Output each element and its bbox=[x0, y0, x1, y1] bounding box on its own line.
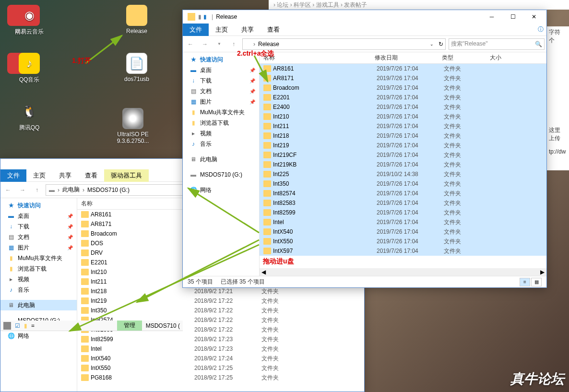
nav-item[interactable]: ★快速访问 bbox=[0, 200, 77, 211]
nav-item[interactable]: ▬桌面📌 bbox=[183, 65, 259, 75]
help-button[interactable]: ⓘ bbox=[535, 24, 546, 35]
titlebar[interactable]: ▮ ▮ | Release ─ ☐ ✕ bbox=[183, 10, 546, 24]
file-row[interactable]: Int2102019/7/26 17:04文件夹 bbox=[260, 112, 546, 121]
file-row[interactable]: Int825992018/9/2 17:23文件夹 bbox=[77, 334, 364, 344]
file-row[interactable]: Int2252019/10/2 14:38文件夹 bbox=[260, 169, 546, 179]
file-row[interactable]: Int825742019/7/26 17:04文件夹 bbox=[260, 189, 546, 198]
maximize-button[interactable]: ☐ bbox=[502, 10, 523, 24]
file-row[interactable]: PG81682018/9/2 17:25文件夹 bbox=[77, 373, 364, 382]
nav-item[interactable]: ▮MuMu共享文件夹 bbox=[0, 253, 77, 263]
nav-item[interactable]: ▸视频 bbox=[183, 128, 259, 139]
nav-item[interactable]: ♪音乐 bbox=[183, 139, 259, 149]
nav-item[interactable]: ▮浏览器下载 bbox=[183, 118, 259, 128]
file-row[interactable]: Int219CF2019/7/26 17:04文件夹 bbox=[260, 150, 546, 160]
tab-home[interactable]: 主页 bbox=[26, 169, 52, 182]
desktop-icon[interactable]: ◉网易云音乐 bbox=[12, 5, 47, 36]
nav-item[interactable]: ▮MuMu共享文件夹 bbox=[183, 107, 259, 118]
col-size[interactable]: 大小 bbox=[490, 54, 519, 62]
col-name[interactable]: 名称 bbox=[77, 200, 192, 208]
nav-item[interactable]: ▬桌面📌 bbox=[0, 211, 77, 221]
file-list[interactable]: AR81612019/7/26 17:04文件夹AR81712019/7/26 … bbox=[260, 64, 546, 268]
nav-item[interactable]: ▦图片📌 bbox=[0, 242, 77, 253]
file-row[interactable]: Int2182019/7/26 17:04文件夹 bbox=[260, 131, 546, 141]
nav-item[interactable]: ★快速访问 bbox=[183, 54, 259, 65]
nav-item[interactable]: ↓下载📌 bbox=[183, 75, 259, 86]
file-row[interactable]: Int2182018/9/2 17:21文件夹 bbox=[77, 286, 364, 296]
tab-file[interactable]: 文件 bbox=[0, 169, 26, 182]
file-row[interactable]: Int825992019/7/26 17:04文件夹 bbox=[260, 208, 546, 217]
file-row[interactable]: Int2112019/7/26 17:04文件夹 bbox=[260, 121, 546, 131]
nav-item[interactable]: ▮浏览器下载 bbox=[0, 263, 77, 274]
file-row[interactable]: Int2192019/7/26 17:04文件夹 bbox=[260, 141, 546, 150]
nav-item[interactable]: ▤文档📌 bbox=[183, 86, 259, 96]
desktop-icon[interactable]: ♪QQ音乐 bbox=[12, 53, 47, 84]
back-button[interactable]: ← bbox=[2, 184, 14, 196]
file-row[interactable]: Int825832019/7/26 17:04文件夹 bbox=[260, 198, 546, 208]
tab-view[interactable]: 查看 bbox=[78, 169, 104, 182]
h-scrollbar[interactable]: ◀▶ bbox=[260, 268, 546, 276]
tab-share[interactable]: 共享 bbox=[235, 24, 261, 36]
checkbox-icon[interactable]: ☑ bbox=[15, 322, 20, 329]
close-button[interactable]: ✕ bbox=[523, 10, 545, 24]
file-row[interactable]: Int3502018/9/2 17:22文件夹 bbox=[77, 306, 364, 315]
file-row[interactable]: Int3502019/7/26 17:04文件夹 bbox=[260, 179, 546, 189]
file-row[interactable]: IntX5502018/9/2 17:25文件夹 bbox=[77, 363, 364, 373]
up-button[interactable]: ↑ bbox=[31, 184, 43, 196]
refresh-icon[interactable]: ↻ bbox=[439, 41, 443, 48]
col-name[interactable]: 名称 bbox=[260, 54, 375, 62]
file-row[interactable]: Broadcom2019/7/26 17:04文件夹 bbox=[260, 83, 546, 93]
nav-item[interactable]: ▬MSDOS710 (G:) bbox=[183, 169, 259, 180]
col-type[interactable]: 类型 bbox=[442, 54, 490, 62]
file-row[interactable]: E22012019/7/26 17:04文件夹 bbox=[260, 93, 546, 102]
file-row[interactable]: AR81712019/7/26 17:04文件夹 bbox=[260, 73, 546, 83]
desktop-icon[interactable]: 📄dos71usb bbox=[119, 53, 154, 83]
explorer-release[interactable]: ▮ ▮ | Release ─ ☐ ✕ 文件 主页 共享 查看 ⓘ ← → ▼ … bbox=[182, 10, 547, 288]
crumb-release[interactable]: Release bbox=[257, 41, 280, 48]
qat-save-icon[interactable]: ▮ bbox=[198, 13, 202, 20]
desktop-icon[interactable]: 🐧腾讯QQ bbox=[12, 101, 47, 132]
crumb-drive[interactable]: MSDOS710 (G:) bbox=[86, 187, 130, 193]
file-row[interactable]: IntX5402019/7/26 17:04文件夹 bbox=[260, 227, 546, 237]
tab-drive-tools[interactable]: 驱动器工具 bbox=[104, 169, 149, 182]
address-bar[interactable]: › Release ⌄ ↻ bbox=[242, 38, 446, 50]
file-row[interactable]: E24002019/7/26 17:04文件夹 bbox=[260, 102, 546, 112]
desktop-icon[interactable]: UltraISO PE 9.3.6.2750... bbox=[115, 108, 151, 144]
crumb-pc[interactable]: 此电脑 bbox=[61, 186, 81, 194]
view-icons-button[interactable]: ▦ bbox=[531, 278, 542, 286]
nav-item[interactable]: 🌐网络 bbox=[183, 185, 259, 195]
column-headers[interactable]: 名称 修改日期 类型 大小 bbox=[260, 52, 546, 64]
view-details-button[interactable]: ≡ bbox=[520, 278, 530, 286]
search-input[interactable]: 搜索"Release" 🔍 bbox=[449, 38, 545, 50]
nav-pane[interactable]: ★快速访问▬桌面📌↓下载📌▤文档📌▦图片📌▮MuMu共享文件夹▮浏览器下载▸视频… bbox=[183, 52, 260, 276]
file-row[interactable]: Intel2019/7/26 17:04文件夹 bbox=[260, 217, 546, 227]
back-button[interactable]: ← bbox=[185, 38, 196, 50]
file-row[interactable]: Intel2018/9/2 17:23文件夹 bbox=[77, 344, 364, 354]
tab-file[interactable]: 文件 bbox=[183, 24, 209, 36]
dropdown-icon[interactable]: ⌄ bbox=[430, 42, 434, 47]
forward-button[interactable]: → bbox=[17, 184, 28, 196]
file-row[interactable]: AR81612019/7/26 17:04文件夹 bbox=[260, 64, 546, 73]
tab-view[interactable]: 查看 bbox=[261, 24, 286, 36]
up-button[interactable]: ↑ bbox=[228, 38, 239, 50]
nav-item[interactable]: ▸视频 bbox=[0, 274, 77, 285]
nav-item[interactable]: 🖥此电脑 bbox=[0, 300, 77, 310]
file-row[interactable]: Int219KB2019/7/26 17:04文件夹 bbox=[260, 160, 546, 169]
manage-tab[interactable]: 管理 bbox=[117, 321, 142, 331]
forward-button[interactable]: → bbox=[199, 38, 211, 50]
desktop-icon[interactable]: Release bbox=[119, 5, 154, 35]
nav-item[interactable]: 🌐网络 bbox=[0, 331, 77, 341]
search-icon[interactable]: 🔍 bbox=[535, 41, 542, 48]
nav-item[interactable]: ▦图片📌 bbox=[183, 96, 259, 107]
col-date[interactable]: 修改日期 bbox=[375, 54, 442, 62]
recent-dropdown[interactable]: ▼ bbox=[213, 38, 225, 50]
nav-item[interactable]: ↓下载📌 bbox=[0, 221, 77, 232]
tab-home[interactable]: 主页 bbox=[209, 24, 235, 36]
nav-item[interactable]: ♪音乐 bbox=[0, 285, 77, 295]
file-row[interactable]: IntX5502019/7/26 17:04文件夹 bbox=[260, 237, 546, 246]
nav-pane[interactable]: ★快速访问▬桌面📌↓下载📌▤文档📌▦图片📌▮MuMu共享文件夹▮浏览器下载▸视频… bbox=[0, 198, 77, 392]
minimize-button[interactable]: ─ bbox=[481, 10, 502, 24]
nav-item[interactable]: 🖥此电脑 bbox=[183, 154, 259, 165]
nav-item[interactable]: ▤文档📌 bbox=[0, 232, 77, 242]
file-row[interactable]: IntX5972019/7/26 17:04文件夹 bbox=[260, 246, 546, 256]
tab-share[interactable]: 共享 bbox=[52, 169, 78, 182]
